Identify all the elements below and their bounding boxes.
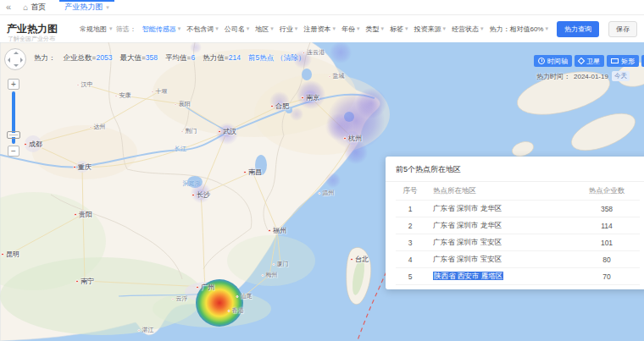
map-button-rectangle[interactable]: 矩形	[607, 55, 639, 67]
chevron-down-icon: ▾	[480, 25, 484, 32]
row-count: 358	[574, 205, 640, 213]
heat-stat-value: 6	[192, 53, 196, 62]
pan-left-icon[interactable]	[8, 58, 10, 63]
heat-time-label: 热力时间：	[536, 72, 570, 81]
filter-label: 经营状态	[452, 25, 479, 34]
filter-dropdown[interactable]: 类型▾	[365, 25, 384, 34]
heat-stat-value: 358	[146, 53, 158, 62]
home-icon: ⌂	[23, 3, 28, 12]
row-count: 70	[574, 272, 640, 281]
table-row[interactable]: 5陕西省 西安市 雁塔区70	[396, 268, 640, 285]
chevron-down-icon: ▾	[295, 25, 298, 32]
filter-dropdown[interactable]: 经营状态▾	[452, 25, 484, 34]
row-index: 4	[396, 256, 425, 264]
pan-down-icon[interactable]	[14, 64, 19, 67]
filter-label: 热力：相对值60%	[489, 25, 543, 34]
heat-time-date[interactable]: 2024-01-19	[574, 73, 608, 80]
filter-dropdown[interactable]: 注册资本▾	[303, 25, 336, 34]
table-row[interactable]: 2广东省 深圳市 龙华区114	[396, 217, 640, 234]
map-toolbar: 时间轴卫星矩形热力	[534, 55, 644, 67]
table-row[interactable]: 4广东省 深圳市 宝安区80	[396, 251, 640, 268]
clear-hotspots-link[interactable]: （清除）	[276, 53, 305, 63]
zoom-in-button[interactable]: +	[8, 79, 19, 90]
tab-home-label: 首页	[31, 2, 46, 13]
filter-dropdown[interactable]: 公司名▾	[225, 25, 250, 34]
page-title: 产业热力图	[7, 22, 58, 36]
heat-stat: 最大值=358	[119, 53, 158, 63]
filter-dropdown[interactable]: 年份▾	[341, 25, 360, 34]
hotspot-table-body: 1广东省 深圳市 龙华区3582广东省 深圳市 龙华区1143广东省 深圳市 宝…	[396, 201, 640, 285]
filter-dropdown[interactable]: 标签▾	[390, 25, 408, 34]
map-button-label: 卫星	[586, 57, 600, 66]
map-pan-control[interactable]	[4, 48, 26, 70]
column-region: 热点所在地区	[425, 186, 574, 196]
heat-stat-value: 214	[229, 53, 241, 62]
filter-label: 投资来源	[414, 25, 441, 34]
heat-stat: 企业总数=2053	[64, 53, 113, 63]
map-button-clock[interactable]: 时间轴	[534, 55, 572, 67]
filter-list: 智能传感器▾不包含词▾公司名▾地区▾行业▾注册资本▾年份▾类型▾标签▾投资来源▾…	[142, 25, 548, 34]
tab-bar: « ⌂ 首页 产业热力图 ▾	[0, 0, 644, 15]
heat-stat: 热力值=214	[203, 53, 241, 63]
top5-hotspots-link[interactable]: 前5热点	[248, 53, 274, 63]
app-root: « ⌂ 首页 产业热力图 ▾ 产业热力图 常规地图 ▾ 了解全国产业分布 筛选：…	[0, 0, 644, 341]
filter-label: 地区	[255, 25, 269, 34]
filter-label: 年份	[341, 25, 355, 34]
filter-dropdown[interactable]: 智能传感器▾	[142, 25, 181, 34]
heat-stats-prefix: 热力：	[34, 53, 56, 63]
row-count: 80	[574, 256, 640, 264]
filter-label: 标签	[390, 25, 403, 34]
satellite-icon	[578, 58, 585, 64]
filter-label: 公司名	[225, 25, 245, 34]
filter-dropdown[interactable]: 投资来源▾	[414, 25, 446, 34]
map-button-label: 矩形	[621, 57, 635, 66]
row-count: 114	[574, 222, 640, 230]
pan-right-icon[interactable]	[20, 58, 23, 63]
table-row[interactable]: 3广东省 深圳市 宝安区101	[396, 234, 640, 251]
filter-label: 智能传感器	[142, 25, 176, 34]
heat-stats: 热力：企业总数=2053最大值=358平均值=6热力值=214前5热点（清除）	[34, 53, 305, 63]
hotspot-table: 序号 热点所在地区 热点企业数 1广东省 深圳市 龙华区3582广东省 深圳市 …	[386, 182, 644, 285]
zoom-slider-handle[interactable]	[7, 131, 20, 139]
heat-stat-label: 热力值=	[203, 53, 228, 62]
row-region: 广东省 深圳市 龙华区	[425, 221, 574, 231]
filter-label: 不包含词	[186, 25, 214, 34]
filter-bar: 筛选： 智能传感器▾不包含词▾公司名▾地区▾行业▾注册资本▾年份▾类型▾标签▾投…	[116, 21, 637, 37]
clock-icon	[538, 58, 545, 64]
filter-dropdown[interactable]: 地区▾	[255, 25, 274, 34]
column-index: 序号	[396, 186, 425, 196]
collapse-sidebar-icon[interactable]: «	[6, 3, 11, 12]
filter-prefix-label: 筛选：	[116, 25, 136, 34]
filter-label: 类型	[365, 25, 379, 34]
table-row[interactable]: 1广东省 深圳市 龙华区358	[396, 201, 640, 217]
heat-stat-value: 2053	[96, 53, 112, 62]
pan-up-icon[interactable]	[14, 52, 19, 54]
hotspot-panel-title: 前5个热点所在地区	[386, 157, 644, 182]
map-button-satellite[interactable]: 卫星	[575, 55, 604, 67]
page-header: 产业热力图 常规地图 ▾ 了解全国产业分布 筛选： 智能传感器▾不包含词▾公司名…	[0, 15, 644, 42]
map-type-dropdown[interactable]: 常规地图 ▾	[80, 25, 113, 34]
column-count: 热点企业数	[574, 186, 640, 196]
tab-industry-heatmap-label: 产业热力图	[64, 2, 103, 13]
chevron-down-icon: ▾	[178, 25, 181, 32]
chevron-down-icon: ▾	[247, 25, 250, 32]
rectangle-icon	[611, 58, 619, 63]
zoom-out-button[interactable]: −	[8, 146, 19, 157]
save-button[interactable]: 保存	[608, 21, 637, 37]
row-region: 广东省 深圳市 龙华区	[425, 204, 574, 214]
filter-dropdown[interactable]: 不包含词▾	[186, 25, 219, 34]
row-index: 2	[396, 222, 425, 230]
filter-dropdown[interactable]: 行业▾	[280, 25, 298, 34]
filter-dropdown[interactable]: 热力：相对值60%▾	[489, 25, 548, 34]
chevron-down-icon: ▾	[332, 25, 336, 32]
map-area[interactable]: 热力：企业总数=2053最大值=358平均值=6热力值=214前5热点（清除） …	[0, 42, 644, 341]
heat-stat-label: 平均值=	[165, 53, 191, 62]
heat-time-today-button[interactable]: 今天	[612, 71, 630, 81]
tab-industry-heatmap[interactable]: 产业热力图 ▾	[59, 0, 114, 14]
tab-home[interactable]: ⌂ 首页	[23, 2, 46, 13]
chevron-down-icon: ▾	[442, 25, 446, 32]
heat-query-button[interactable]: 热力查询	[557, 21, 599, 37]
chevron-down-icon: ▾	[405, 25, 408, 32]
row-region: 陕西省 西安市 雁塔区	[425, 272, 574, 282]
row-count: 101	[574, 239, 640, 247]
